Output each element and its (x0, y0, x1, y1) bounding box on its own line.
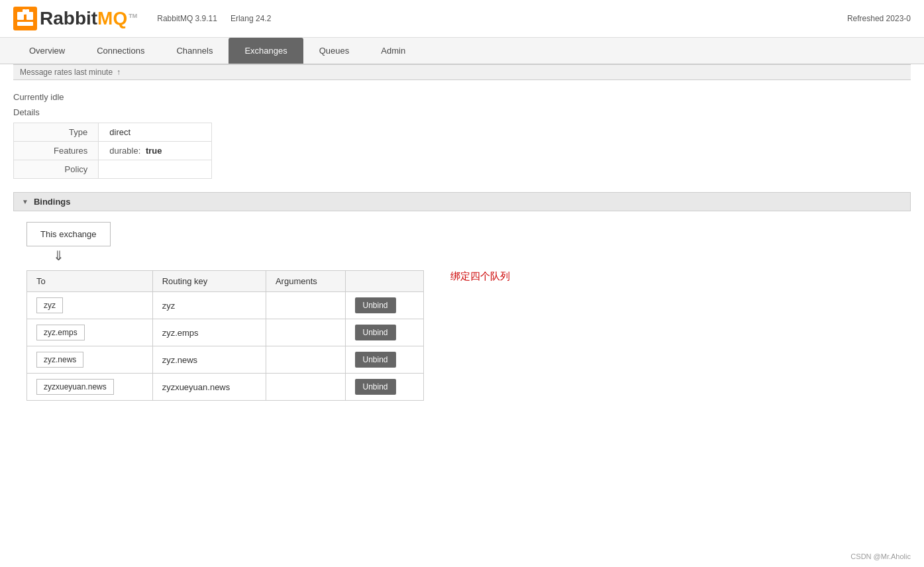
svg-rect-5 (26, 9, 29, 15)
features-value: durable: true (99, 142, 212, 160)
details-type-row: Type direct (14, 123, 212, 142)
binding-to-3: zyzxueyuan.news (27, 374, 153, 401)
features-label: Features (14, 142, 99, 160)
binding-action-3: Unbind (345, 374, 424, 401)
durable-label: durable: (109, 146, 140, 156)
col-arguments: Arguments (266, 271, 345, 292)
binding-to-2: zyz.news (27, 346, 153, 374)
col-to: To (27, 271, 153, 292)
version-info: RabbitMQ 3.9.11 Erlang 24.2 (157, 14, 271, 23)
binding-row-0: zyz zyz Unbind (27, 292, 424, 319)
refreshed-text: Refreshed 2023-0 (847, 14, 911, 23)
details-section: Details Type direct Features durable: tr… (13, 107, 911, 179)
rabbitmq-logo-icon (13, 7, 37, 30)
details-features-row: Features durable: true (14, 142, 212, 160)
details-table: Type direct Features durable: true Polic… (13, 123, 212, 179)
nav-admin[interactable]: Admin (365, 38, 421, 64)
nav-queues[interactable]: Queues (303, 38, 366, 64)
unbind-button-1[interactable]: Unbind (355, 325, 396, 340)
binding-row-3: zyzxueyuan.news zyzxueyuan.news Unbind (27, 374, 424, 401)
bindings-table: To Routing key Arguments zyz zyz (26, 270, 424, 401)
nav-exchanges[interactable]: Exchanges (229, 38, 303, 64)
binding-to-1: zyz.emps (27, 319, 153, 346)
binding-arguments-1 (266, 319, 345, 346)
chevron-down-icon: ▼ (22, 198, 28, 205)
main-nav: Overview Connections Channels Exchanges … (0, 38, 924, 64)
nav-overview[interactable]: Overview (13, 38, 81, 64)
bindings-table-header: To Routing key Arguments (27, 271, 424, 292)
section-bar-badge: ↑ (117, 68, 121, 77)
binding-routing-key-2: zyz.news (152, 346, 266, 374)
nav-connections[interactable]: Connections (81, 38, 160, 64)
svg-rect-4 (23, 9, 26, 15)
queue-link-zyzxueyuan-news[interactable]: zyzxueyuan.news (36, 379, 114, 395)
unbind-button-2[interactable]: Unbind (355, 352, 396, 368)
bindings-title: Bindings (34, 197, 71, 207)
arrow-down-icon: ⇓ (53, 249, 898, 262)
binding-routing-key-1: zyz.emps (152, 319, 266, 346)
binding-action-0: Unbind (345, 292, 424, 319)
bindings-header[interactable]: ▼ Bindings (13, 192, 911, 211)
logo: RabbitMQTM (13, 7, 137, 30)
col-action (345, 271, 424, 292)
binding-action-1: Unbind (345, 319, 424, 346)
erlang-version: Erlang 24.2 (231, 14, 271, 23)
section-bar-label: Message rates last minute (20, 68, 113, 77)
logo-text: RabbitMQTM (40, 8, 137, 29)
annotation-text: 绑定四个队列 (450, 270, 510, 283)
bindings-section: ▼ Bindings This exchange ⇓ To Routing ke… (13, 192, 911, 411)
svg-rect-3 (17, 22, 33, 26)
section-bar: Message rates last minute ↑ (13, 64, 911, 80)
binding-action-2: Unbind (345, 346, 424, 374)
queue-link-zyz[interactable]: zyz (36, 297, 63, 313)
binding-arguments-2 (266, 346, 345, 374)
queue-link-zyz-emps[interactable]: zyz.emps (36, 325, 85, 340)
main-content: Message rates last minute ↑ Currently id… (0, 64, 924, 425)
idle-status: Currently idle (13, 87, 911, 107)
type-label: Type (14, 123, 99, 142)
binding-arguments-3 (266, 374, 345, 401)
binding-routing-key-3: zyzxueyuan.news (152, 374, 266, 401)
unbind-button-0[interactable]: Unbind (355, 297, 396, 313)
policy-value (99, 160, 212, 179)
nav-channels[interactable]: Channels (160, 38, 229, 64)
details-title: Details (13, 107, 911, 117)
unbind-button-3[interactable]: Unbind (355, 379, 396, 395)
col-routing-key: Routing key (152, 271, 266, 292)
rabbitmq-version: RabbitMQ 3.9.11 (157, 14, 217, 23)
binding-row-1: zyz.emps zyz.emps Unbind (27, 319, 424, 346)
bindings-content: This exchange ⇓ To Routing key Arguments (13, 211, 911, 411)
queue-link-zyz-news[interactable]: zyz.news (36, 352, 83, 368)
durable-value: true (146, 146, 162, 156)
binding-routing-key-0: zyz (152, 292, 266, 319)
details-policy-row: Policy (14, 160, 212, 179)
type-value: direct (99, 123, 212, 142)
exchange-box: This exchange (26, 222, 111, 246)
binding-row-2: zyz.news zyz.news Unbind (27, 346, 424, 374)
policy-label: Policy (14, 160, 99, 179)
binding-arguments-0 (266, 292, 345, 319)
bindings-table-wrapper: To Routing key Arguments zyz zyz (26, 270, 898, 401)
header: RabbitMQTM RabbitMQ 3.9.11 Erlang 24.2 R… (0, 0, 924, 38)
binding-to-0: zyz (27, 292, 153, 319)
